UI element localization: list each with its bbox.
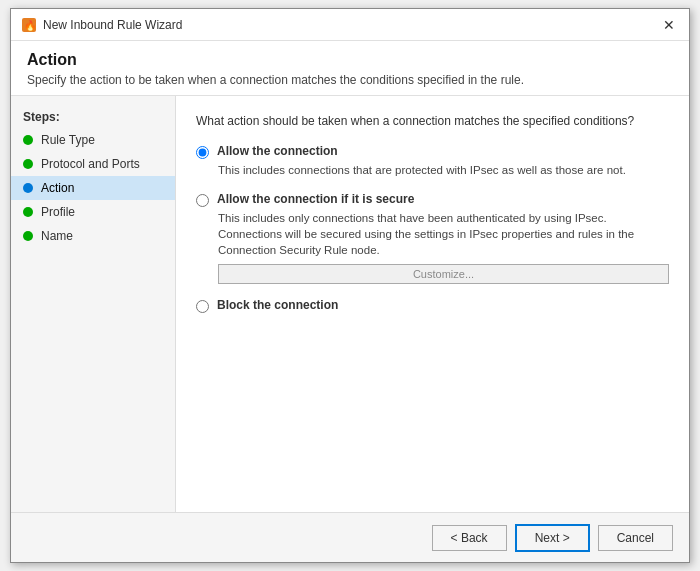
window-title: New Inbound Rule Wizard <box>43 18 182 32</box>
sidebar-label-action: Action <box>41 181 74 195</box>
status-dot-name <box>23 231 33 241</box>
sidebar: Steps: Rule Type Protocol and Ports Acti… <box>11 96 176 512</box>
svg-text:🔥: 🔥 <box>24 19 37 32</box>
radio-allow[interactable] <box>196 146 209 159</box>
radio-block[interactable] <box>196 300 209 313</box>
sidebar-item-profile[interactable]: Profile <box>11 200 175 224</box>
sidebar-label-profile: Profile <box>41 205 75 219</box>
title-bar: 🔥 New Inbound Rule Wizard ✕ <box>11 9 689 41</box>
sidebar-label-protocol: Protocol and Ports <box>41 157 140 171</box>
page-title: Action <box>27 51 673 69</box>
option-allow-desc: This includes connections that are prote… <box>218 162 669 178</box>
close-button[interactable]: ✕ <box>659 15 679 35</box>
title-bar-left: 🔥 New Inbound Rule Wizard <box>21 17 182 33</box>
radio-allow-secure[interactable] <box>196 194 209 207</box>
main-panel: What action should be taken when a conne… <box>176 96 689 512</box>
sidebar-label-rule-type: Rule Type <box>41 133 95 147</box>
content-area: Steps: Rule Type Protocol and Ports Acti… <box>11 96 689 512</box>
sidebar-item-protocol-ports[interactable]: Protocol and Ports <box>11 152 175 176</box>
option-allow-secure-row: Allow the connection if it is secure <box>196 192 669 207</box>
header-description: Specify the action to be taken when a co… <box>27 73 673 87</box>
steps-label: Steps: <box>11 106 175 128</box>
radio-group: Allow the connection This includes conne… <box>196 144 669 313</box>
cancel-button[interactable]: Cancel <box>598 525 673 551</box>
back-button[interactable]: < Back <box>432 525 507 551</box>
option-block-label: Block the connection <box>217 298 338 312</box>
footer: < Back Next > Cancel <box>11 512 689 562</box>
option-block: Block the connection <box>196 298 669 313</box>
next-button[interactable]: Next > <box>515 524 590 552</box>
question-text: What action should be taken when a conne… <box>196 114 669 128</box>
wizard-window: 🔥 New Inbound Rule Wizard ✕ Action Speci… <box>10 8 690 563</box>
status-dot-profile <box>23 207 33 217</box>
sidebar-label-name: Name <box>41 229 73 243</box>
option-block-row: Block the connection <box>196 298 669 313</box>
option-allow-secure-desc: This includes only connections that have… <box>218 210 669 258</box>
option-allow-label: Allow the connection <box>217 144 338 158</box>
sidebar-item-name[interactable]: Name <box>11 224 175 248</box>
option-allow-secure: Allow the connection if it is secure Thi… <box>196 192 669 284</box>
sidebar-item-action[interactable]: Action <box>11 176 175 200</box>
status-dot-action <box>23 183 33 193</box>
header-section: Action Specify the action to be taken wh… <box>11 41 689 96</box>
option-allow-row: Allow the connection <box>196 144 669 159</box>
option-allow-secure-label: Allow the connection if it is secure <box>217 192 414 206</box>
sidebar-item-rule-type[interactable]: Rule Type <box>11 128 175 152</box>
wizard-icon: 🔥 <box>21 17 37 33</box>
status-dot-protocol <box>23 159 33 169</box>
option-allow: Allow the connection This includes conne… <box>196 144 669 178</box>
status-dot-rule-type <box>23 135 33 145</box>
customize-button[interactable]: Customize... <box>218 264 669 284</box>
